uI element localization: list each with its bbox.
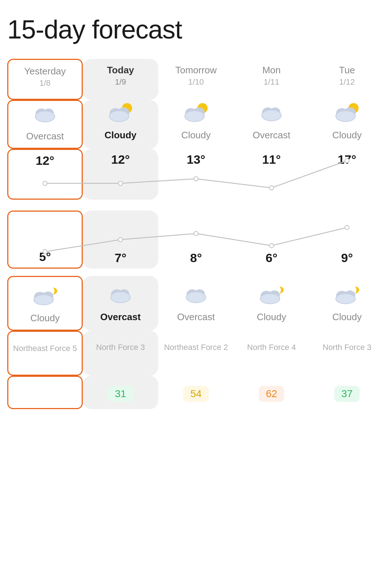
conditions-col-tue: Cloudy	[309, 100, 385, 149]
svg-point-17	[262, 110, 281, 121]
low-temp-value-tue: 9°	[341, 251, 353, 265]
day-icon-today	[104, 100, 137, 125]
day-date-today: 1/9	[115, 77, 126, 87]
low-temp-value-yesterday: 5°	[39, 250, 51, 264]
wind-row: Northeast Force 5North Force 3Northeast …	[7, 331, 385, 376]
low-temp-value-tomorrow: 8°	[190, 251, 202, 265]
day-date-tomorrow: 1/10	[188, 77, 204, 87]
svg-point-48	[261, 294, 279, 303]
svg-point-3	[36, 111, 54, 122]
day-col-tomorrow: Tomorrow1/10	[158, 59, 234, 100]
high-temp-col-today: 12°	[83, 149, 158, 200]
night-condition-tue: Cloudy	[332, 311, 362, 323]
night-condition-today: Overcast	[100, 311, 140, 323]
day-label-mon: Mon	[262, 65, 281, 76]
night-col-tue: Cloudy	[309, 276, 385, 331]
day-condition-yesterday: Overcast	[26, 131, 64, 142]
aqi-col-today: 31	[83, 376, 158, 409]
night-condition-yesterday: Cloudy	[30, 313, 60, 324]
night-icon-today	[104, 282, 137, 307]
conditions-col-today: Cloudy	[83, 100, 158, 149]
day-condition-mon: Overcast	[253, 130, 290, 141]
wind-label-today: North Force 3	[96, 342, 145, 368]
high-temp-value-tue: 17°	[338, 152, 356, 167]
wind-label-tue: North Force 3	[323, 342, 372, 368]
svg-point-22	[336, 111, 355, 121]
low-temps-row: 5°7°8°6°9°	[7, 211, 385, 269]
conditions-col-tomorrow: Cloudy	[158, 100, 234, 149]
night-icon-yesterday	[29, 283, 61, 308]
high-temp-value-tomorrow: 13°	[187, 152, 205, 167]
day-date-tue: 1/12	[339, 77, 355, 87]
night-col-today: Overcast	[83, 276, 158, 331]
night-condition-mon: Cloudy	[257, 311, 286, 323]
low-temp-value-mon: 6°	[266, 251, 278, 265]
night-col-tomorrow: Overcast	[158, 276, 234, 331]
high-temps-row: 12°12°13°11°17°	[7, 149, 385, 200]
svg-point-36	[34, 295, 53, 305]
day-col-today: Today1/9	[83, 59, 158, 100]
aqi-badge-tomorrow: 54	[183, 386, 209, 402]
high-temp-col-yesterday: 12°	[7, 149, 83, 200]
svg-point-44	[187, 292, 205, 302]
day-label-tomorrow: Tomorrow	[175, 65, 217, 76]
day-date-mon: 1/11	[264, 77, 279, 87]
night-icon-mon	[255, 282, 288, 307]
svg-point-8	[110, 111, 128, 121]
low-temp-col-tue: 9°	[309, 211, 385, 269]
day-headers-row: Yesterday1/8Today1/9Tomorrow1/10Mon1/11T…	[7, 59, 385, 100]
day-label-yesterday: Yesterday	[24, 66, 66, 77]
low-temp-col-yesterday: 5°	[7, 211, 83, 269]
low-temp-col-today: 7°	[83, 211, 158, 269]
wind-col-today: North Force 3	[83, 331, 158, 376]
low-temp-value-today: 7°	[115, 251, 127, 265]
svg-point-40	[111, 292, 130, 302]
day-condition-tomorrow: Cloudy	[181, 130, 211, 141]
day-conditions-row: OvercastCloudyCloudyOvercastCloudy	[7, 100, 385, 149]
high-temp-col-mon: 11°	[234, 149, 309, 200]
day-condition-today: Cloudy	[105, 130, 136, 141]
day-date-yesterday: 1/8	[40, 78, 51, 88]
conditions-col-yesterday: Overcast	[7, 100, 83, 149]
svg-point-13	[185, 111, 204, 121]
low-temp-col-tomorrow: 8°	[158, 211, 234, 269]
day-condition-tue: Cloudy	[332, 130, 362, 141]
night-icon-tomorrow	[180, 282, 212, 307]
wind-label-tomorrow: Northeast Force 2	[164, 342, 228, 368]
aqi-col-mon: 62	[234, 376, 309, 409]
aqi-badge-today: 31	[108, 386, 133, 402]
night-col-mon: Cloudy	[234, 276, 309, 331]
aqi-col-tue: 37	[309, 376, 385, 409]
night-icon-tue	[331, 282, 363, 307]
aqi-row: 31546237	[7, 376, 385, 409]
wind-label-mon: North Force 4	[247, 342, 296, 368]
day-label-tue: Tue	[339, 65, 355, 76]
day-col-tue: Tue1/12	[309, 59, 385, 100]
aqi-badge-tue: 37	[334, 386, 360, 402]
aqi-badge-mon: 62	[259, 386, 284, 402]
low-temp-col-mon: 6°	[234, 211, 309, 269]
day-icon-tue	[331, 100, 363, 125]
aqi-col-tomorrow: 54	[158, 376, 234, 409]
high-temp-value-today: 12°	[111, 152, 130, 167]
high-temps-section: 12°12°13°11°17°	[7, 149, 385, 200]
low-temps-section: 5°7°8°6°9°	[7, 211, 385, 269]
wind-label-yesterday: Northeast Force 5	[13, 343, 77, 369]
conditions-col-mon: Overcast	[234, 100, 309, 149]
day-icon-mon	[255, 100, 288, 125]
night-conditions-row: CloudyOvercastOvercastCloudyCloudy	[7, 276, 385, 331]
day-label-today: Today	[107, 65, 134, 76]
day-col-yesterday: Yesterday1/8	[7, 59, 83, 100]
wind-col-mon: North Force 4	[234, 331, 309, 376]
page-container: 15-day forecast Yesterday1/8Today1/9Tomo…	[0, 0, 392, 431]
page-title: 15-day forecast	[7, 15, 385, 44]
day-icon-tomorrow	[180, 100, 212, 125]
high-temp-col-tue: 17°	[309, 149, 385, 200]
night-col-yesterday: Cloudy	[7, 276, 83, 331]
high-temp-col-tomorrow: 13°	[158, 149, 234, 200]
wind-col-yesterday: Northeast Force 5	[7, 331, 83, 376]
high-temp-value-yesterday: 12°	[36, 154, 54, 168]
day-col-mon: Mon1/11	[234, 59, 309, 100]
day-icon-yesterday	[29, 101, 61, 126]
night-condition-tomorrow: Overcast	[177, 311, 215, 323]
